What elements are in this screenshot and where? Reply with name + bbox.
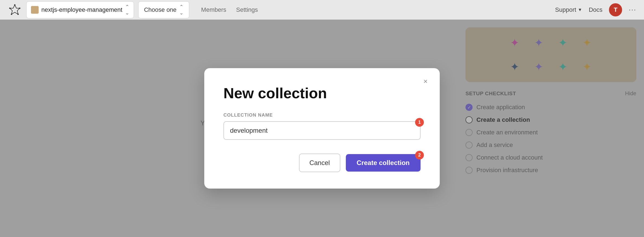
- collection-name-input[interactable]: [223, 121, 421, 140]
- support-chevron-icon: ▼: [578, 7, 582, 12]
- modal-new-collection: × New collection COLLECTION NAME 1 Cance…: [204, 68, 440, 189]
- avatar[interactable]: T: [609, 3, 622, 16]
- more-menu-button[interactable]: ···: [629, 5, 636, 14]
- top-nav: Members Settings: [201, 6, 258, 13]
- environment-selector[interactable]: Choose one ⌃ ⌄: [138, 1, 189, 18]
- main-area: You can use colle...cloud accoun... ✦ ✦ …: [0, 20, 644, 237]
- choose-one-label: Choose one: [144, 6, 177, 13]
- svg-point-1: [19, 7, 21, 9]
- svg-point-0: [14, 4, 16, 5]
- logo: [8, 3, 22, 17]
- topbar-right: Support ▼ Docs T ···: [555, 3, 636, 16]
- modal-overlay: × New collection COLLECTION NAME 1 Cance…: [0, 20, 644, 237]
- svg-point-3: [18, 13, 19, 15]
- create-badge: 2: [415, 151, 424, 160]
- nav-members[interactable]: Members: [201, 6, 226, 13]
- cancel-button[interactable]: Cancel: [299, 154, 340, 172]
- support-label: Support: [555, 6, 576, 13]
- input-badge: 1: [415, 118, 424, 127]
- env-chevron-icon: ⌃ ⌄: [179, 4, 183, 16]
- svg-point-2: [9, 7, 11, 9]
- topbar: nextjs-employee-management ⌃ ⌄ Choose on…: [0, 0, 644, 20]
- docs-label: Docs: [589, 6, 602, 13]
- modal-title: New collection: [223, 85, 421, 102]
- modal-close-button[interactable]: ×: [420, 76, 431, 87]
- project-icon: [31, 6, 39, 14]
- docs-button[interactable]: Docs: [589, 6, 602, 13]
- collection-name-input-wrapper: 1: [223, 121, 421, 140]
- support-button[interactable]: Support ▼: [555, 6, 582, 13]
- create-collection-button[interactable]: Create collection: [346, 154, 421, 172]
- project-selector[interactable]: nextjs-employee-management ⌃ ⌄: [26, 1, 134, 18]
- close-icon: ×: [423, 77, 427, 86]
- project-chevron-icon: ⌃ ⌄: [125, 4, 129, 16]
- nav-settings[interactable]: Settings: [236, 6, 258, 13]
- create-button-wrapper: Create collection 2: [346, 154, 421, 172]
- modal-actions: Cancel Create collection 2: [223, 154, 421, 172]
- project-name: nextjs-employee-management: [41, 6, 122, 13]
- collection-name-label: COLLECTION NAME: [223, 112, 421, 118]
- svg-point-4: [11, 13, 12, 15]
